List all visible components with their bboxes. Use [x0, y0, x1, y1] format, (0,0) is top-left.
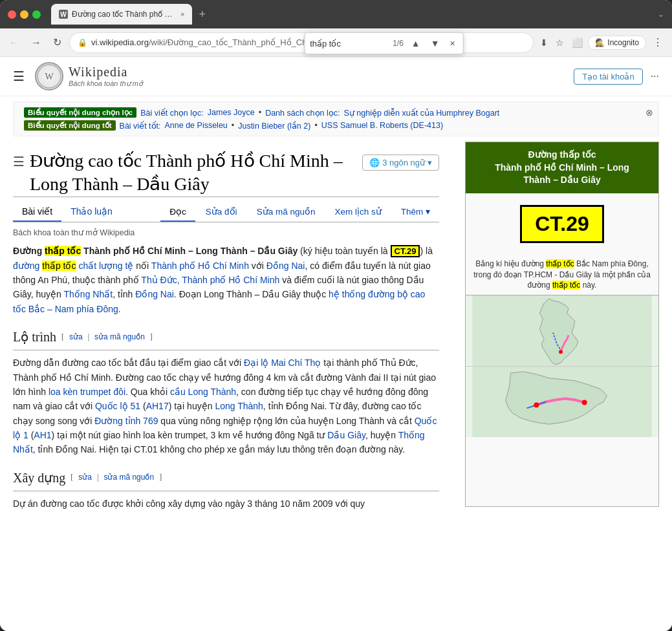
lo-trinh-edit1[interactable]: sửa — [69, 331, 83, 343]
find-prev-button[interactable]: ▲ — [409, 37, 423, 50]
infobox-route-id: CT.29 — [520, 205, 604, 243]
tab-dropdown-icon[interactable]: ⌄ — [658, 10, 664, 19]
active-tab[interactable]: W Đường cao tốc Thành phố Hồ C... × — [51, 4, 192, 25]
article-para-3: Dự án đường cao tốc được khởi công xây d… — [13, 497, 439, 511]
tab-strip-icon[interactable]: ⬜ — [569, 35, 585, 50]
tab-thao-luan[interactable]: Thảo luận — [61, 202, 122, 222]
lo-trinh-edit2[interactable]: sửa mã nguồn — [94, 331, 145, 343]
wiki-subtitle: Bách khoa toàn thư mở — [69, 80, 143, 88]
link-quoc-lo-1[interactable]: Quốc lộ 1 — [13, 416, 437, 440]
lang-chevron: ▾ — [428, 158, 432, 167]
sitenotice-label1: Bài viết chọn lọc: — [140, 108, 204, 118]
find-input[interactable] — [310, 39, 387, 48]
tab-bai-viet[interactable]: Bài viết — [13, 202, 61, 222]
find-next-button[interactable]: ▼ — [428, 37, 442, 50]
link-mai-chi-tho[interactable]: Đại lộ Mai Chí Thọ — [244, 358, 321, 368]
link-thong-nhat[interactable]: Thống Nhất — [64, 289, 113, 299]
incognito-badge: 🕵️ Incognito — [588, 36, 646, 50]
link-loa-ken[interactable]: loa kèn trumpet đôi — [49, 387, 125, 397]
link-dong-nai[interactable]: Đồng Nai — [266, 261, 305, 271]
back-button[interactable]: ← — [5, 34, 23, 51]
close-button[interactable] — [8, 10, 16, 19]
svg-point-5 — [534, 403, 539, 408]
infobox-caption-end: này. — [580, 281, 596, 290]
reload-button[interactable]: ↻ — [49, 34, 65, 51]
search-highlight-1: thấp tốc — [45, 246, 81, 256]
featured-badge-2: Biểu quyết nội dung tốt — [24, 120, 116, 131]
new-tab-button[interactable]: + — [195, 6, 210, 23]
wiki-more-button[interactable]: ··· — [651, 70, 659, 82]
minimize-button[interactable] — [20, 10, 28, 19]
lo-trinh-title: Lộ trình — [13, 326, 56, 347]
wiki-header: ☰ W Wikipedia Bách khoa toàn thư mở Tạo … — [0, 57, 672, 96]
link-long-thanh[interactable]: Long Thành — [215, 401, 263, 411]
sitenotice-sep2a: • — [232, 121, 234, 130]
tab-close-icon[interactable]: × — [180, 10, 184, 18]
xay-dung-sep: | — [97, 471, 98, 484]
language-button[interactable]: 🌐 3 ngôn ngữ ▾ — [362, 155, 439, 171]
lang-icon: 🌐 — [369, 158, 380, 167]
sitenotice-link-uss[interactable]: USS Samuel B. Roberts (DE-413) — [321, 121, 443, 130]
link-quoc-lo-51[interactable]: Quốc lộ 51 — [95, 401, 140, 411]
link-duong-tinh-769[interactable]: Đường tỉnh 769 — [94, 416, 158, 426]
article-title-text: Đường cao tốc Thành phố Hồ Chí Minh – Lo… — [30, 149, 362, 197]
xay-dung-heading: Xây dựng [ sửa | sửa mã nguồn ] — [13, 467, 439, 491]
sitenotice-label1b: Danh sách chọn lọc: — [265, 108, 340, 118]
article-title-area: ☰ Đường cao tốc Thành phố Hồ Chí Minh – … — [13, 142, 439, 197]
tab-sua-doi[interactable]: Sửa đổi — [197, 202, 246, 222]
infobox: Đường thấp tốc Thành phố Hồ Chí Minh – L… — [465, 142, 659, 507]
title-block: ☰ Đường cao tốc Thành phố Hồ Chí Minh – … — [13, 149, 362, 197]
nav-bar: ← → ↻ 🔒 vi.wikipedia.org/wiki/Đường_cao_… — [0, 28, 672, 57]
sitenotice-link-bogart[interactable]: Sự nghiệp diễn xuất của Humphrey Bogart — [343, 108, 499, 118]
toc-icon[interactable]: ☰ — [13, 153, 25, 170]
infobox-title: Đường thấp tốc Thành phố Hồ Chí Minh – L… — [466, 142, 658, 193]
find-close-button[interactable]: × — [448, 37, 458, 50]
create-account-button[interactable]: Tạo tài khoản — [574, 69, 642, 85]
sitenotice-link-justin[interactable]: Justin Bieber (lần 2) — [238, 121, 310, 131]
xay-dung-edit1[interactable]: sửa — [78, 471, 92, 484]
infobox-title-line2: Thành phố Hồ Chí Minh – Long — [472, 162, 652, 175]
link-ah17[interactable]: AH17 — [146, 401, 169, 411]
hamburger-menu[interactable]: ☰ — [13, 69, 25, 84]
maximize-button[interactable] — [32, 10, 41, 19]
nav-actions: ⬇ ☆ ⬜ 🕵️ Incognito ⋮ — [537, 34, 667, 51]
article-para-1: Đường thấp tốc Thành phố Hồ Chí Minh – L… — [13, 244, 439, 316]
sitenotice-row1: Biểu quyết nội dung chọn lọc Bài viết ch… — [24, 107, 648, 118]
map-bottom — [466, 366, 658, 437]
lang-count: 3 ngôn ngữ — [382, 158, 425, 167]
more-options-button[interactable]: ⋮ — [649, 34, 667, 51]
star-icon[interactable]: ☆ — [553, 35, 567, 50]
link-tphcm[interactable]: Thành phố Hồ Chí Minh — [151, 261, 249, 271]
article-para-2: Đường dẫn đường cao tốc bắt đầu tại điểm… — [13, 356, 439, 457]
link-cau-long-thanh[interactable]: cầu Long Thành — [170, 387, 236, 397]
map-top — [466, 295, 658, 366]
sitenotice-close-button[interactable]: ⊗ — [645, 107, 653, 118]
tab-sua-ma-nguon[interactable]: Sửa mã nguồn — [248, 202, 325, 222]
address-bar[interactable]: 🔒 vi.wikipedia.org/wiki/Đường_cao_tốc_Th… — [69, 32, 534, 53]
tab-them[interactable]: Thêm ▾ — [392, 202, 439, 222]
link-dau-giay[interactable]: Dầu Giây — [327, 430, 365, 440]
tab-bar: W Đường cao tốc Thành phố Hồ C... × + — [51, 4, 653, 25]
infobox-highlight2: thấp tốc — [552, 281, 580, 290]
link-thu-duc[interactable]: Thủ Đức, Thành phố Hồ Chí Minh — [141, 275, 279, 285]
link-dong-nai2[interactable]: Đồng Nai — [135, 289, 174, 299]
wiki-header-right: Tạo tài khoản ··· — [574, 69, 659, 85]
link-duong[interactable]: đường — [13, 261, 39, 271]
xay-dung-title: Xây dựng — [13, 467, 65, 488]
wiki-name: Wikipedia — [69, 65, 143, 80]
svg-point-6 — [582, 400, 587, 405]
link-ah1[interactable]: AH1 — [34, 430, 51, 440]
article-area: ☰ Đường cao tốc Thành phố Hồ Chí Minh – … — [0, 142, 672, 517]
lo-trinh-bracket-open: [ — [61, 331, 64, 343]
sitenotice-link-anne[interactable]: Anne de Pisseleu — [165, 121, 228, 130]
link-chat-luong-te[interactable]: chất lượng tệ — [78, 261, 133, 271]
download-icon[interactable]: ⬇ — [537, 35, 550, 50]
tab-xem-lich-su[interactable]: Xem lịch sử — [325, 202, 390, 222]
xay-dung-edit2[interactable]: sửa mã nguồn — [103, 471, 154, 484]
forward-button[interactable]: → — [27, 34, 45, 51]
article-tabs: Bài viết Thảo luận Đọc Sửa đổi Sửa mã ng… — [13, 202, 439, 222]
title-bar: W Đường cao tốc Thành phố Hồ C... × + ⌄ — [0, 0, 672, 28]
sitenotice-link-joyce[interactable]: James Joyce — [208, 108, 255, 117]
infobox-title-line3: Thành – Dầu Giây — [472, 174, 652, 187]
tab-doc[interactable]: Đọc — [160, 202, 195, 222]
